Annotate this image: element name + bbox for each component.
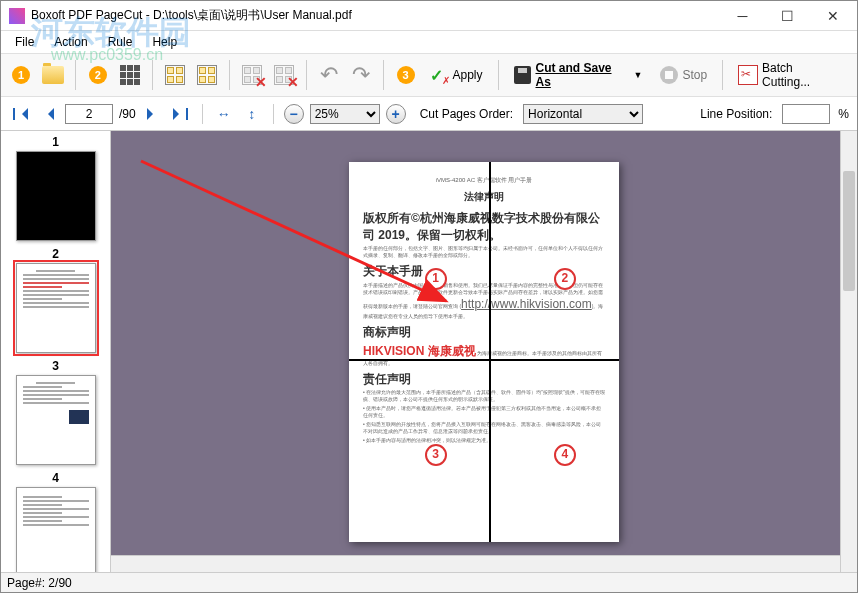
window-title: Boxoft PDF PageCut - D:\tools\桌面\说明书\Use… — [31, 7, 720, 24]
pct-label: % — [838, 107, 849, 121]
page-input[interactable] — [65, 104, 113, 124]
prev-page-button[interactable] — [37, 103, 59, 125]
add-vline-button[interactable] — [161, 61, 189, 89]
status-text: Page#: 2/90 — [7, 576, 72, 590]
scrollbar-horizontal[interactable] — [111, 555, 840, 572]
menu-action[interactable]: Action — [44, 33, 97, 51]
menu-rule[interactable]: Rule — [98, 33, 143, 51]
maximize-button[interactable]: ☐ — [765, 2, 810, 30]
scrollbar-vertical[interactable] — [840, 131, 857, 572]
batch-button[interactable]: Batch Cutting... — [731, 61, 851, 89]
close-button[interactable]: ✕ — [810, 2, 855, 30]
apply-button[interactable]: Apply — [423, 61, 489, 89]
quadrant-2: 2 — [554, 268, 576, 290]
position-label: Line Position: — [700, 107, 772, 121]
step1-badge: 1 — [7, 61, 35, 89]
thumb-4[interactable]: 4 — [5, 471, 106, 572]
order-select[interactable]: Horizontal — [523, 104, 643, 124]
redo-button[interactable]: ↷ — [347, 61, 375, 89]
step3-badge: 3 — [392, 61, 420, 89]
del-line-button[interactable]: ✕ — [238, 61, 266, 89]
fit-height-button[interactable]: ↕ — [241, 103, 263, 125]
cut-save-button[interactable]: Cut and Save As▼ — [507, 61, 650, 89]
del-all-button[interactable]: ✕ — [270, 61, 298, 89]
thumb-1[interactable]: 1 — [5, 135, 106, 241]
fit-width-button[interactable]: ↔ — [213, 103, 235, 125]
quadrant-1: 1 — [425, 268, 447, 290]
page-total: /90 — [119, 107, 136, 121]
next-page-button[interactable] — [142, 103, 164, 125]
thumb-3[interactable]: 3 — [5, 359, 106, 465]
grid-3x3-button[interactable] — [116, 61, 144, 89]
undo-button[interactable]: ↶ — [315, 61, 343, 89]
order-label: Cut Pages Order: — [420, 107, 513, 121]
thumb-2[interactable]: 2 — [5, 247, 106, 353]
position-input[interactable] — [782, 104, 830, 124]
first-page-button[interactable] — [9, 103, 31, 125]
add-hline-button[interactable] — [193, 61, 221, 89]
menu-help[interactable]: Help — [142, 33, 187, 51]
canvas[interactable]: 1 2 3 4 iVMS-4200 AC 客户端软件 用户手册 法律声明 版权所… — [111, 131, 857, 572]
step2-badge: 2 — [84, 61, 112, 89]
page-view[interactable]: 1 2 3 4 iVMS-4200 AC 客户端软件 用户手册 法律声明 版权所… — [349, 162, 619, 542]
minimize-button[interactable]: ─ — [720, 2, 765, 30]
quadrant-4: 4 — [554, 444, 576, 466]
app-icon — [9, 8, 25, 24]
thumbnail-panel[interactable]: 1 2 3 4 5 — [1, 131, 111, 572]
quadrant-3: 3 — [425, 444, 447, 466]
stop-button[interactable]: Stop — [653, 61, 714, 89]
zoom-select[interactable]: 25% — [310, 104, 380, 124]
open-button[interactable] — [39, 61, 67, 89]
menu-file[interactable]: File — [5, 33, 44, 51]
zoom-in-button[interactable]: + — [386, 104, 406, 124]
zoom-out-button[interactable]: − — [284, 104, 304, 124]
last-page-button[interactable] — [170, 103, 192, 125]
cut-line-horizontal[interactable] — [349, 359, 619, 361]
cut-line-vertical[interactable] — [489, 162, 491, 542]
